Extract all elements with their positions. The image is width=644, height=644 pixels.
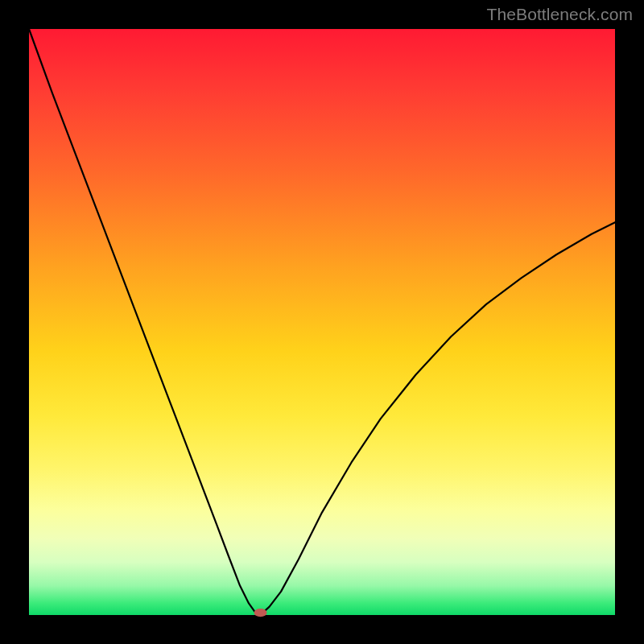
chart-overlay	[29, 29, 615, 615]
chart-frame: TheBottleneck.com	[0, 0, 644, 644]
minimum-marker	[254, 609, 267, 617]
watermark-text: TheBottleneck.com	[487, 5, 633, 24]
bottleneck-curve	[29, 29, 615, 614]
